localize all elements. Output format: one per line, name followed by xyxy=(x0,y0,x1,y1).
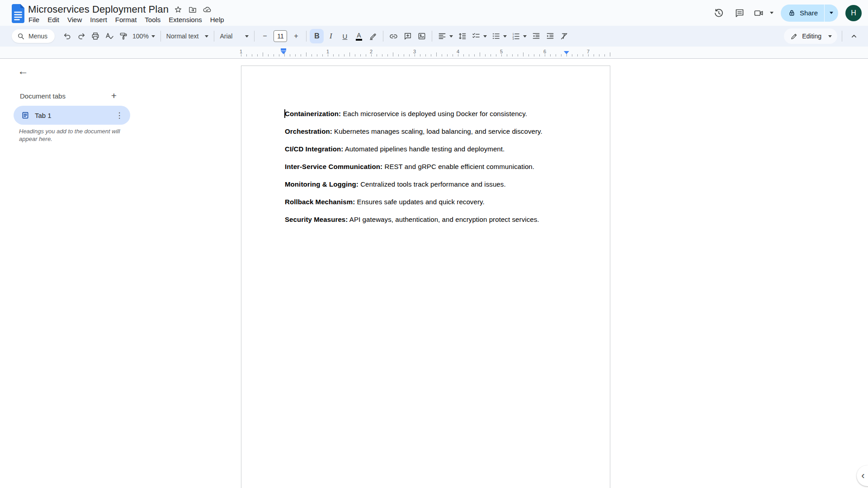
numbered-list-button[interactable]: 1 2 3 xyxy=(509,29,529,43)
clear-formatting-button[interactable] xyxy=(557,29,571,43)
app-header: Microservices Deployment Plan Fi xyxy=(0,0,868,26)
bold-button[interactable]: B xyxy=(310,29,324,43)
checklist-button[interactable] xyxy=(469,29,489,43)
undo-button[interactable] xyxy=(60,29,74,43)
redo-button[interactable] xyxy=(74,29,88,43)
italic-button[interactable]: I xyxy=(324,29,338,43)
avatar[interactable]: H xyxy=(845,5,862,21)
menu-edit[interactable]: Edit xyxy=(43,15,63,24)
align-button[interactable] xyxy=(435,29,455,43)
print-button[interactable] xyxy=(88,29,102,43)
ruler-number: 2 xyxy=(368,49,374,54)
font-select[interactable]: Arial xyxy=(217,29,251,43)
menu-view[interactable]: View xyxy=(63,15,86,24)
line-spacing-icon xyxy=(458,32,467,41)
hide-menus-button[interactable] xyxy=(847,29,861,43)
document-title[interactable]: Microservices Deployment Plan xyxy=(28,4,169,15)
toolbar-divider xyxy=(306,31,307,42)
menu-tools[interactable]: Tools xyxy=(141,15,165,24)
version-history-icon[interactable] xyxy=(708,3,729,23)
share-button[interactable]: Share xyxy=(781,5,838,22)
toolbar-divider xyxy=(214,31,214,42)
insert-image-button[interactable] xyxy=(415,29,429,43)
spellcheck-button[interactable] xyxy=(102,29,116,43)
share-caret-icon[interactable] xyxy=(825,5,838,22)
cloud-saved-icon[interactable] xyxy=(202,5,212,14)
add-tab-button[interactable]: + xyxy=(108,89,120,102)
page-content[interactable]: Containerization: Each microservice is d… xyxy=(285,109,567,233)
right-indent-marker[interactable] xyxy=(564,51,569,54)
first-line-indent-marker[interactable] xyxy=(281,48,286,51)
left-indent-marker[interactable] xyxy=(281,48,286,54)
meet-video-icon[interactable] xyxy=(750,3,767,23)
doc-paragraph: Inter-Service Communication: REST and gR… xyxy=(285,162,567,171)
meet-caret-icon[interactable] xyxy=(770,12,774,14)
back-button[interactable]: ← xyxy=(16,64,30,78)
font-size-input[interactable] xyxy=(274,30,287,42)
highlighter-icon xyxy=(368,32,377,41)
increase-indent-button[interactable] xyxy=(543,29,557,43)
kebab-icon: ⋮ xyxy=(116,111,123,120)
add-comment-button[interactable] xyxy=(401,29,415,43)
paragraph-text: Automated pipelines handle testing and d… xyxy=(343,145,505,153)
menu-insert[interactable]: Insert xyxy=(86,15,111,24)
paragraph-label: Security Measures: xyxy=(285,216,348,223)
align-left-icon xyxy=(438,32,447,41)
zoom-select[interactable]: 100% xyxy=(130,29,157,43)
menus-search-button[interactable]: Menus xyxy=(12,29,55,43)
paragraph-label: Orchestration: xyxy=(285,127,332,135)
ruler-number: 5 xyxy=(499,49,504,54)
share-label: Share xyxy=(800,9,818,17)
paint-format-button[interactable] xyxy=(116,29,130,43)
move-folder-icon[interactable] xyxy=(188,5,198,14)
mode-select[interactable]: Editing xyxy=(784,28,837,44)
numbered-list-icon: 1 2 3 xyxy=(511,32,520,41)
paragraph-label: Monitoring & Logging: xyxy=(285,180,359,188)
svg-text:3: 3 xyxy=(513,38,514,40)
paragraph-style-select[interactable]: Normal text xyxy=(164,29,211,43)
doc-paragraph: Containerization: Each microservice is d… xyxy=(285,109,567,118)
doc-paragraph: Orchestration: Kubernetes manages scalin… xyxy=(285,127,567,136)
zoom-value: 100% xyxy=(132,33,149,40)
line-spacing-button[interactable] xyxy=(455,29,469,43)
plus-icon: + xyxy=(111,90,117,101)
paragraph-text: Each microservice is deployed using Dock… xyxy=(341,110,527,117)
menu-extensions[interactable]: Extensions xyxy=(165,15,206,24)
menu-format[interactable]: Format xyxy=(111,15,141,24)
docs-logo-icon[interactable] xyxy=(11,4,25,23)
comments-icon[interactable] xyxy=(729,3,750,23)
side-panel-toggle-button[interactable]: ‹ xyxy=(857,465,868,486)
ruler-number: 6 xyxy=(542,49,547,54)
doc-paragraph: Monitoring & Logging: Centralized tools … xyxy=(285,180,567,188)
menu-help[interactable]: Help xyxy=(206,15,228,24)
paragraph-label: Inter-Service Communication: xyxy=(285,163,382,170)
insert-link-button[interactable] xyxy=(387,29,401,43)
bold-icon: B xyxy=(314,32,320,40)
lock-icon xyxy=(788,9,796,17)
doc-paragraph: CI/CD Integration: Automated pipelines h… xyxy=(285,145,567,153)
font-value: Arial xyxy=(220,33,232,40)
font-size-decrease-button[interactable]: − xyxy=(258,29,272,43)
chevron-left-icon: ‹ xyxy=(861,470,864,482)
bulleted-list-icon xyxy=(491,32,500,41)
bulleted-list-button[interactable] xyxy=(489,29,509,43)
underline-button[interactable]: U xyxy=(338,29,352,43)
share-main[interactable]: Share xyxy=(781,5,824,22)
text-color-icon: A xyxy=(356,32,362,41)
menu-file[interactable]: File xyxy=(24,15,43,24)
italic-icon: I xyxy=(330,32,332,41)
decrease-indent-button[interactable] xyxy=(529,29,543,43)
title-row: Microservices Deployment Plan xyxy=(28,4,212,15)
add-comment-icon xyxy=(403,32,412,41)
tab-options-button[interactable]: ⋮ xyxy=(113,109,126,122)
sidebar-item-tab1[interactable]: Tab 1 ⋮ xyxy=(14,106,130,125)
text-color-button[interactable]: A xyxy=(352,29,366,43)
document-tabs-header: Document tabs + xyxy=(20,89,120,102)
star-icon[interactable] xyxy=(173,5,183,14)
font-size-increase-button[interactable]: + xyxy=(289,29,303,43)
minus-icon: − xyxy=(263,32,267,40)
document-page[interactable]: Containerization: Each microservice is d… xyxy=(241,66,610,488)
spellcheck-icon xyxy=(105,32,114,41)
link-icon xyxy=(389,32,398,41)
highlight-color-button[interactable] xyxy=(366,29,380,43)
